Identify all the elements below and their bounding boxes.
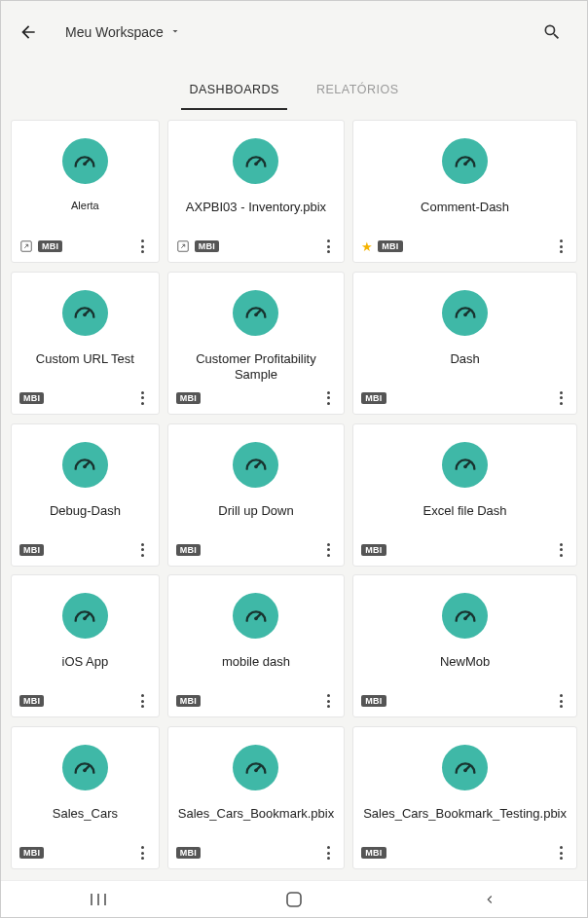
card-footer: MBI bbox=[176, 843, 336, 863]
nav-home[interactable] bbox=[265, 891, 323, 908]
dashboard-card[interactable]: Excel file DashMBI bbox=[352, 423, 577, 567]
svg-line-7 bbox=[465, 159, 470, 164]
more-menu-button[interactable] bbox=[320, 238, 336, 255]
tab-reports[interactable]: RELATÓRIOS bbox=[312, 73, 403, 110]
card-footer: MBI bbox=[176, 540, 336, 560]
mbi-badge: MBI bbox=[176, 695, 201, 707]
more-menu-button[interactable] bbox=[320, 541, 336, 559]
card-title: NewMob bbox=[430, 654, 499, 670]
more-menu-button[interactable] bbox=[553, 844, 569, 862]
more-menu-button[interactable] bbox=[135, 844, 151, 862]
chevron-down-icon bbox=[169, 24, 181, 40]
more-menu-button[interactable] bbox=[135, 692, 151, 710]
more-menu-button[interactable] bbox=[553, 541, 569, 559]
mbi-badge: MBI bbox=[19, 847, 44, 859]
more-menu-button[interactable] bbox=[320, 389, 336, 407]
gauge-icon bbox=[442, 290, 488, 336]
dashboard-card[interactable]: Comment-Dash★MBI bbox=[352, 120, 577, 263]
card-footer: MBI bbox=[19, 843, 151, 863]
card-footer: MBI bbox=[19, 540, 151, 560]
card-footer: ★MBI bbox=[361, 237, 569, 256]
android-nav-bar bbox=[1, 880, 587, 917]
home-icon bbox=[285, 891, 303, 908]
arrow-left-icon bbox=[18, 22, 38, 42]
more-menu-button[interactable] bbox=[135, 238, 151, 255]
card-footer: MBI bbox=[19, 691, 151, 711]
nav-back-icon bbox=[483, 893, 496, 906]
mbi-badge: MBI bbox=[176, 392, 201, 404]
mbi-badge: MBI bbox=[361, 392, 386, 404]
card-title: mobile dash bbox=[212, 654, 300, 670]
dashboard-card[interactable]: Drill up DownMBI bbox=[167, 423, 345, 567]
nav-recents[interactable] bbox=[69, 893, 128, 906]
card-title: iOS App bbox=[53, 654, 119, 670]
gauge-icon bbox=[62, 138, 108, 184]
link-icon bbox=[19, 239, 33, 253]
card-footer: MBI bbox=[361, 691, 569, 711]
tab-dashboards[interactable]: DASHBOARDS bbox=[185, 73, 283, 110]
gauge-icon bbox=[233, 593, 278, 639]
card-title: Customer Profitability Sample bbox=[168, 351, 344, 384]
dashboard-card[interactable]: mobile dashMBI bbox=[167, 574, 345, 717]
card-footer: MBI bbox=[19, 388, 151, 408]
more-menu-button[interactable] bbox=[553, 238, 569, 255]
mbi-badge: MBI bbox=[19, 392, 44, 404]
svg-line-15 bbox=[85, 462, 90, 467]
more-menu-button[interactable] bbox=[553, 389, 569, 407]
workspace-dropdown[interactable]: Meu Workspace bbox=[65, 24, 181, 40]
star-icon: ★ bbox=[361, 240, 373, 253]
svg-line-23 bbox=[256, 614, 261, 619]
card-title: Sales_Cars_Bookmark_Testing.pbix bbox=[353, 806, 576, 822]
dashboard-card[interactable]: iOS AppMBI bbox=[11, 574, 160, 717]
dashboard-card[interactable]: Custom URL TestMBI bbox=[11, 272, 160, 415]
tab-bar: DASHBOARDS RELATÓRIOS bbox=[1, 73, 587, 110]
svg-line-27 bbox=[85, 765, 90, 770]
mbi-badge: MBI bbox=[176, 544, 201, 556]
dashboard-card[interactable]: AXPBI03 - Inventory.pbix MBI bbox=[167, 120, 345, 263]
card-footer: MBI bbox=[361, 540, 569, 560]
svg-rect-35 bbox=[287, 893, 301, 906]
card-title: Debug-Dash bbox=[40, 503, 130, 519]
more-menu-button[interactable] bbox=[320, 692, 336, 710]
dashboard-card[interactable]: Sales_Cars_Bookmark.pbixMBI bbox=[167, 726, 345, 869]
workspace-label: Meu Workspace bbox=[65, 24, 164, 40]
mbi-badge: MBI bbox=[361, 847, 386, 859]
gauge-icon bbox=[442, 442, 488, 488]
gauge-icon bbox=[442, 593, 488, 639]
mbi-badge: MBI bbox=[38, 240, 62, 252]
card-title: Excel file Dash bbox=[414, 503, 517, 519]
dashboard-card[interactable]: Alerta MBI bbox=[11, 120, 160, 263]
app-header: Meu Workspace DASHBOARDS RELATÓRIOS bbox=[1, 1, 587, 110]
dashboard-card[interactable]: Sales_Cars_Bookmark_Testing.pbixMBI bbox=[352, 726, 577, 869]
svg-line-1 bbox=[85, 159, 90, 164]
card-title: Sales_Cars bbox=[43, 806, 128, 822]
dashboard-card[interactable]: Sales_CarsMBI bbox=[11, 726, 160, 869]
dashboard-card[interactable]: DashMBI bbox=[352, 272, 577, 415]
svg-line-11 bbox=[256, 311, 261, 315]
dashboard-card[interactable]: NewMobMBI bbox=[352, 574, 577, 717]
mbi-badge: MBI bbox=[19, 544, 44, 556]
link-icon bbox=[176, 239, 190, 253]
back-button[interactable] bbox=[17, 20, 40, 44]
more-menu-button[interactable] bbox=[553, 692, 569, 710]
gauge-icon bbox=[233, 442, 278, 488]
search-button[interactable] bbox=[540, 20, 564, 44]
gauge-icon bbox=[233, 745, 278, 790]
more-menu-button[interactable] bbox=[135, 389, 151, 407]
dashboard-card[interactable]: Customer Profitability SampleMBI bbox=[167, 272, 345, 415]
svg-line-29 bbox=[256, 765, 261, 770]
dashboard-card[interactable]: Debug-DashMBI bbox=[11, 423, 160, 567]
gauge-icon bbox=[442, 745, 488, 790]
svg-line-21 bbox=[85, 614, 90, 619]
svg-line-13 bbox=[465, 311, 470, 315]
more-menu-button[interactable] bbox=[135, 541, 151, 559]
more-menu-button[interactable] bbox=[320, 844, 336, 862]
svg-line-4 bbox=[256, 159, 261, 164]
card-title: Comment-Dash bbox=[411, 200, 519, 215]
mbi-badge: MBI bbox=[195, 240, 219, 252]
recents-icon bbox=[89, 893, 108, 906]
dashboard-grid: Alerta MBI AXPBI03 - Inventory.pbix MBI … bbox=[1, 110, 587, 880]
nav-back[interactable] bbox=[460, 893, 519, 906]
mbi-badge: MBI bbox=[361, 695, 386, 707]
card-footer: MBI bbox=[361, 843, 569, 863]
